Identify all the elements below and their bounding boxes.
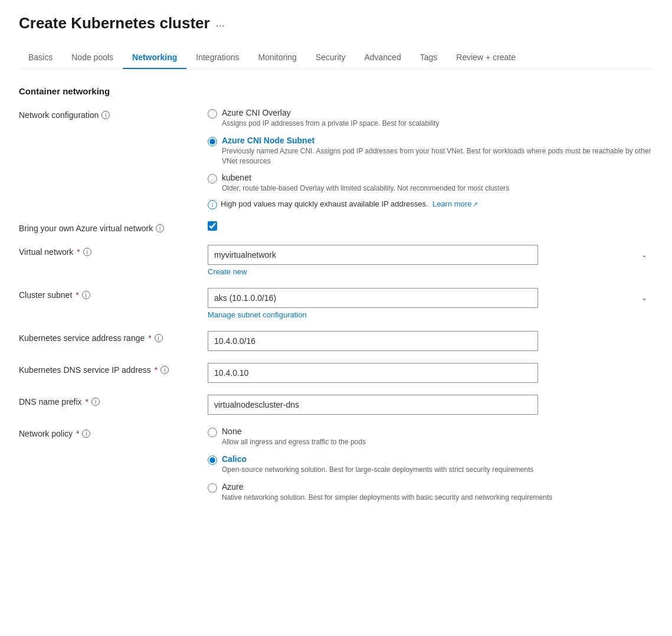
cluster-subnet-dropdown-arrow: ⌄ [641, 294, 647, 302]
radio-kubenet-desc: Older, route table-based Overlay with li… [222, 183, 509, 194]
radio-none[interactable]: None Allow all ingress and egress traffi… [208, 427, 653, 447]
network-configuration-radio-group: Azure CNI Overlay Assigns pod IP address… [208, 108, 653, 194]
dns-name-prefix-label: DNS name prefix* i [19, 395, 208, 406]
learn-more-link[interactable]: Learn more↗ [432, 199, 478, 208]
tab-review-create[interactable]: Review + create [447, 47, 525, 69]
radio-azure-cni-node-subnet-title: Azure CNI Node Subnet [222, 136, 653, 145]
k8s-dns-ip-label: Kubernetes DNS service IP address* i [19, 363, 208, 375]
radio-azure-cni-node-subnet-input[interactable] [208, 137, 217, 146]
tab-node-pools[interactable]: Node pools [62, 47, 123, 69]
create-new-vnet-link[interactable]: Create new [208, 267, 653, 276]
k8s-service-range-control [208, 331, 653, 351]
cluster-subnet-dropdown[interactable]: aks (10.1.0.0/16) [208, 288, 538, 308]
tab-advanced[interactable]: Advanced [355, 47, 410, 69]
tab-basics[interactable]: Basics [19, 47, 62, 69]
bring-own-vnet-info-icon[interactable]: i [156, 224, 164, 232]
k8s-dns-ip-input[interactable] [208, 363, 538, 383]
virtual-network-info-icon[interactable]: i [83, 248, 91, 256]
ip-note-text: High pod values may quickly exhaust avai… [221, 199, 478, 208]
k8s-dns-ip-row: Kubernetes DNS service IP address* i [19, 363, 653, 383]
radio-azure-cni-overlay-desc: Assigns pod IP addresses from a private … [222, 119, 439, 129]
radio-azure-desc: Native networking solution. Best for sim… [222, 493, 552, 503]
radio-azure-title: Azure [222, 482, 552, 491]
cluster-subnet-control: aks (10.1.0.0/16) ⌄ Manage subnet config… [208, 288, 653, 319]
virtual-network-label: Virtual network* i [19, 245, 208, 257]
virtual-network-dropdown[interactable]: myvirtualnetwork [208, 245, 538, 265]
virtual-network-dropdown-arrow: ⌄ [641, 251, 647, 259]
radio-none-title: None [222, 427, 366, 436]
network-configuration-row: Network configuration i Azure CNI Overla… [19, 108, 653, 209]
bring-own-vnet-label: Bring your own Azure virtual network i [19, 221, 208, 233]
radio-azure[interactable]: Azure Native networking solution. Best f… [208, 482, 653, 503]
radio-kubenet-title: kubenet [222, 173, 509, 182]
tab-monitoring[interactable]: Monitoring [248, 47, 306, 69]
ip-note-icon: i [208, 200, 217, 209]
radio-azure-cni-node-subnet[interactable]: Azure CNI Node Subnet Previously named A… [208, 136, 653, 166]
cluster-subnet-info-icon[interactable]: i [82, 291, 90, 299]
bring-own-vnet-checkbox-wrapper [208, 221, 653, 231]
k8s-dns-ip-control [208, 363, 653, 383]
dns-name-prefix-control [208, 395, 653, 415]
radio-azure-input[interactable] [208, 483, 217, 493]
virtual-network-control: myvirtualnetwork ⌄ Create new [208, 245, 653, 276]
network-policy-row: Network policy* i None Allow all ingress… [19, 427, 653, 502]
virtual-network-row: Virtual network* i myvirtualnetwork ⌄ Cr… [19, 245, 653, 276]
tab-networking[interactable]: Networking [123, 47, 186, 69]
ip-note: i High pod values may quickly exhaust av… [208, 199, 653, 209]
dns-name-prefix-row: DNS name prefix* i [19, 395, 653, 415]
network-configuration-control: Azure CNI Overlay Assigns pod IP address… [208, 108, 653, 209]
network-policy-label: Network policy* i [19, 427, 208, 438]
bring-own-vnet-control [208, 221, 653, 231]
radio-none-input[interactable] [208, 428, 217, 437]
network-policy-control: None Allow all ingress and egress traffi… [208, 427, 653, 502]
manage-subnet-link[interactable]: Manage subnet configuration [208, 310, 653, 319]
radio-calico-title: Calico [222, 454, 533, 464]
network-policy-radio-group: None Allow all ingress and egress traffi… [208, 427, 653, 502]
radio-calico-desc: Open-source networking solution. Best fo… [222, 465, 533, 475]
network-configuration-label: Network configuration i [19, 108, 208, 120]
radio-kubenet-input[interactable] [208, 174, 217, 183]
tab-tags[interactable]: Tags [411, 47, 447, 69]
k8s-service-range-label: Kubernetes service address range* i [19, 331, 208, 343]
k8s-service-range-row: Kubernetes service address range* i [19, 331, 653, 351]
bring-own-vnet-row: Bring your own Azure virtual network i [19, 221, 653, 233]
radio-azure-cni-overlay-title: Azure CNI Overlay [222, 108, 439, 117]
tab-bar: Basics Node pools Networking Integration… [19, 47, 653, 70]
radio-calico[interactable]: Calico Open-source networking solution. … [208, 454, 653, 475]
radio-azure-cni-overlay[interactable]: Azure CNI Overlay Assigns pod IP address… [208, 108, 653, 129]
cluster-subnet-label: Cluster subnet* i [19, 288, 208, 300]
dns-name-prefix-info-icon[interactable]: i [91, 398, 100, 406]
radio-azure-cni-overlay-input[interactable] [208, 109, 217, 119]
network-policy-info-icon[interactable]: i [82, 430, 90, 438]
radio-calico-input[interactable] [208, 455, 217, 465]
dns-name-prefix-input[interactable] [208, 395, 538, 415]
radio-kubenet[interactable]: kubenet Older, route table-based Overlay… [208, 173, 653, 194]
external-link-icon: ↗ [473, 201, 478, 208]
k8s-service-range-info-icon[interactable]: i [155, 334, 163, 342]
network-configuration-info-icon[interactable]: i [101, 111, 110, 119]
radio-azure-cni-node-subnet-desc: Previously named Azure CNI. Assigns pod … [222, 146, 653, 166]
cluster-subnet-row: Cluster subnet* i aks (10.1.0.0/16) ⌄ Ma… [19, 288, 653, 319]
tab-security[interactable]: Security [306, 47, 355, 69]
radio-none-desc: Allow all ingress and egress traffic to … [222, 437, 366, 447]
k8s-dns-ip-info-icon[interactable]: i [160, 366, 169, 374]
k8s-service-range-input[interactable] [208, 331, 538, 351]
tab-integrations[interactable]: Integrations [186, 47, 248, 69]
page-title: Create Kubernetes cluster ... [19, 14, 653, 32]
container-networking-title: Container networking [19, 86, 653, 96]
bring-own-vnet-checkbox[interactable] [208, 221, 217, 231]
